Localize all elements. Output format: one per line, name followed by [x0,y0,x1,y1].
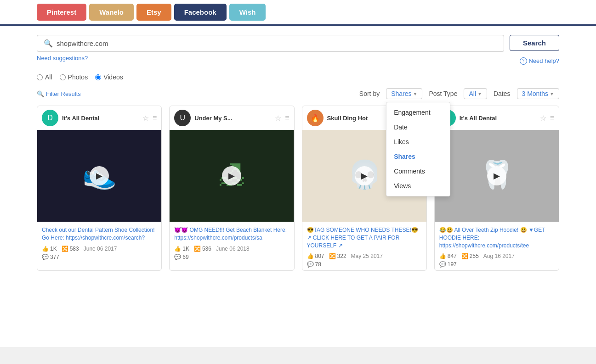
need-suggestions-link[interactable]: Need suggestions? [37,55,88,62]
sort-by-label: Sort by [359,90,380,97]
shares-stat: 🔀 255 [461,253,479,259]
dropdown-item-views[interactable]: Views [386,179,450,193]
menu-icon[interactable]: ≡ [153,114,157,123]
card-stats: 👍 1K 🔀 583 June 06 2017 [42,246,157,252]
sort-controls: Sort by Shares ▼ Engagement Date Likes S… [359,88,559,99]
radio-videos-input[interactable] [95,74,101,80]
radio-photos-input[interactable] [60,74,66,80]
thumbs-up-icon: 👍 [42,246,49,252]
star-icon[interactable]: ☆ [142,114,149,123]
card-body: 😎TAG SOMEONE WHO NEEDS THESE!😎 ↗ CLICK H… [302,222,426,270]
card-image[interactable]: 👟 ▶ [37,130,161,222]
card-header: D It's All Dental ☆ ≡ [435,106,559,130]
comments-count: 78 [315,261,321,268]
search-input[interactable] [57,39,497,47]
radio-videos-label: Videos [103,73,123,81]
card-actions: ☆ ≡ [540,114,554,123]
dropdown-item-likes[interactable]: Likes [386,134,450,149]
top-nav: Pinterest Wanelo Etsy Facebook Wish [0,0,596,26]
card-actions: ☆ ≡ [142,114,157,123]
need-help-link[interactable]: Need help? [529,57,560,64]
star-icon[interactable]: ☆ [275,114,281,123]
thumbs-up-icon: 👍 [174,246,181,252]
play-button[interactable]: ▶ [90,166,109,185]
radio-videos[interactable]: Videos [95,73,123,81]
post-type-dropdown-button[interactable]: All ▼ [464,88,487,99]
dates-dropdown-button[interactable]: 3 Months ▼ [517,88,560,99]
dropdown-item-engagement[interactable]: Engagement [386,105,450,120]
menu-icon[interactable]: ≡ [285,114,289,123]
shares-stat: 🔀 583 [62,246,79,252]
card-text[interactable]: Check out our Dental Pattern Shoe Collec… [42,226,157,242]
share-icon: 🔀 [62,246,68,252]
radio-all[interactable]: All [37,73,52,81]
card-stats: 👍 1K 🔀 536 June 06 2018 [174,246,289,252]
card-image[interactable]: 🦷 ▶ [435,130,559,222]
card-image[interactable]: 🏖 ▶ [170,130,294,222]
menu-icon[interactable]: ≡ [550,114,554,123]
card-comments: 💬 69 [174,254,289,260]
radio-all-label: All [45,73,52,81]
search-icon: 🔍 [44,39,53,48]
dropdown-item-shares[interactable]: Shares [386,149,450,164]
card-date: May 25 2017 [351,253,383,259]
filter-icon: 🔍 [37,90,44,97]
play-button[interactable]: ▶ [487,166,506,185]
filter-radio-group: All Photos Videos [37,73,559,81]
dates-arrow: ▼ [550,91,554,96]
thumbs-up-icon: 👍 [307,253,314,259]
shares-value: Shares [391,90,411,97]
card-date: June 06 2017 [84,246,117,252]
card-text[interactable]: 😈😈 OMG NEED!!! Get Beach Blanket Here: h… [174,226,289,242]
card-body: Check out our Dental Pattern Shoe Collec… [37,222,161,263]
filter-results-link[interactable]: 🔍 Filter Results [37,90,81,97]
card-header: U Under My S... ☆ ≡ [170,106,294,130]
star-icon[interactable]: ☆ [540,114,546,123]
tab-pinterest[interactable]: Pinterest [37,4,86,21]
radio-photos-label: Photos [68,73,88,81]
card-name: It's All Dental [62,115,139,122]
dates-label: Dates [494,90,511,97]
radio-all-input[interactable] [37,74,43,80]
card-comments: 💬 78 [307,261,422,268]
help-icon[interactable]: ? [520,57,527,65]
tab-wish[interactable]: Wish [229,4,266,21]
shares-count: 322 [337,253,346,259]
dropdown-item-date[interactable]: Date [386,120,450,134]
tab-facebook[interactable]: Facebook [174,4,227,21]
comment-icon: 💬 [42,254,49,260]
likes-stat: 👍 847 [439,253,457,259]
comments-count: 197 [448,261,457,268]
card-text[interactable]: 😎TAG SOMEONE WHO NEEDS THESE!😎 ↗ CLICK H… [307,226,422,249]
card-header: D It's All Dental ☆ ≡ [37,106,161,130]
play-button[interactable]: ▶ [355,166,374,185]
likes-stat: 👍 807 [307,253,324,259]
tab-etsy[interactable]: Etsy [136,4,171,21]
post-type-value: All [469,90,476,97]
tab-wanelo[interactable]: Wanelo [89,4,134,21]
card-date: Aug 16 2017 [483,253,515,259]
dropdown-item-comments[interactable]: Comments [386,164,450,179]
share-icon: 🔀 [329,253,336,259]
card-text[interactable]: 😂😃 All Over Teeth Zip Hoodie! 😃 ▼GET HOO… [439,226,554,249]
post-type-arrow: ▼ [477,91,482,96]
likes-stat: 👍 1K [42,246,57,252]
likes-stat: 👍 1K [174,246,189,252]
shares-dropdown-button[interactable]: Shares ▼ [386,88,422,99]
cards-grid: D It's All Dental ☆ ≡ 👟 ▶ Check out our … [37,106,559,271]
shares-dropdown-arrow: ▼ [413,91,418,96]
card-stats: 👍 807 🔀 322 May 25 2017 [307,253,422,259]
card-comments: 💬 377 [42,254,157,260]
card-2: U Under My S... ☆ ≡ 🏖 ▶ 😈😈 OMG NEED!!! G… [169,106,294,271]
card-1: D It's All Dental ☆ ≡ 👟 ▶ Check out our … [37,106,162,271]
post-type-label: Post Type [429,90,457,97]
shares-stat: 🔀 322 [329,253,346,259]
likes-count: 847 [448,253,457,259]
likes-count: 807 [315,253,324,259]
avatar: D [42,110,58,126]
search-button[interactable]: Search [510,35,559,51]
radio-photos[interactable]: Photos [60,73,88,81]
thumbs-up-icon: 👍 [439,253,446,259]
card-name: It's All Dental [460,115,536,122]
card-comments: 💬 197 [439,261,554,268]
